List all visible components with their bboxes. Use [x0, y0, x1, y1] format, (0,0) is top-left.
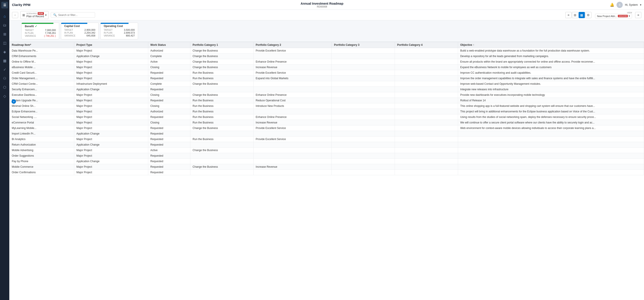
cell-portfolio_cat1: Change the Business [190, 59, 254, 65]
table-row[interactable]: Import LinkedIn Pr...Application ChangeR… [10, 131, 644, 137]
scenario-chevron-icon[interactable]: ▾ [45, 13, 46, 16]
cell-roadmap_item: Order Confirmations [10, 170, 74, 175]
table-row[interactable]: Order SuggestionsMajor ProjectRequested [10, 153, 644, 159]
view-buttons: ≡ ⊞ ▦ ⚙ [565, 12, 592, 18]
page-title: Annual Investment Roadmap [301, 2, 344, 5]
cell-project_type: Infrastructure Deployment [74, 81, 148, 87]
column-header-objective[interactable]: Objective ↑ [458, 42, 644, 48]
metric-row-value: 2,699,573 [124, 31, 135, 34]
cell-work_status: Authorized [148, 109, 190, 114]
scenario-selector[interactable]: ⊞ SCENARIO POR Plan of Record ▾ [20, 11, 48, 19]
column-header-project_type[interactable]: Project Type [74, 42, 148, 48]
cell-portfolio_cat2 [253, 109, 332, 114]
table-row[interactable]: Mobile AdvertisingMajor ProjectActiveCha… [10, 148, 644, 153]
table-row[interactable]: Security Enhancem...Application ChangeRe… [10, 87, 644, 92]
table-row[interactable]: eCommerce PortalMajor ProjectClosingRun … [10, 120, 644, 126]
column-header-roadmap_item[interactable]: Roadmap Item* [10, 42, 74, 48]
cell-work_status: Requested [148, 164, 190, 170]
cell-project_type: Major Project [74, 76, 148, 81]
notification-icon[interactable]: 🔔 [610, 3, 614, 7]
cell-portfolio_cat4 [395, 103, 458, 109]
add-roadmap-item-button[interactable]: + [12, 99, 16, 104]
scenario-badge: POR [38, 12, 44, 15]
sidebar-item-analytics[interactable]: ▦ [1, 57, 9, 65]
cell-objective: Provide new dashboards for executives in… [458, 92, 644, 98]
search-input[interactable] [58, 13, 93, 16]
table-row[interactable]: CRM EnhancementsApplication ChangeComple… [10, 54, 644, 59]
column-header-portfolio_cat2[interactable]: Portfolio Category 2 [253, 42, 332, 48]
menu-options-button[interactable]: ≡ [635, 12, 641, 18]
cell-portfolio_cat2: Provide Excellent Service [253, 137, 332, 142]
cell-objective [458, 170, 644, 175]
table-row[interactable]: Online to Offline M...Major ProjectActiv… [10, 59, 644, 65]
view-grid-button[interactable]: ⊞ [572, 12, 578, 18]
sidebar-item-diamond[interactable]: ◇ [1, 92, 9, 100]
table-row[interactable]: BI AnalyticsMajor ProjectRequestedRun th… [10, 137, 644, 142]
view-list-button[interactable]: ≡ [565, 12, 572, 18]
column-header-work_status[interactable]: Work Status [148, 42, 190, 48]
table-row[interactable]: Eclipse Enhanceme...Major ProjectAuthori… [10, 109, 644, 114]
cell-roadmap_item: CRM Enhancements [10, 54, 74, 59]
back-button[interactable]: ‹ [12, 12, 18, 18]
cell-portfolio_cat1 [190, 87, 254, 92]
cell-portfolio_cat3 [332, 164, 395, 170]
cell-objective: This online shopping app is a full-featu… [458, 103, 644, 109]
cell-portfolio_cat3 [332, 142, 395, 148]
column-header-portfolio_cat3[interactable]: Portfolio Category 3 [332, 42, 395, 48]
sidebar-item-grid[interactable]: ⊞ [1, 30, 9, 38]
column-header-portfolio_cat4[interactable]: Portfolio Category 4 [395, 42, 458, 48]
search-box[interactable]: 🔍 [51, 12, 95, 18]
table-row[interactable]: Data Warehouse Pe...Major ProjectAuthori… [10, 48, 644, 54]
table-row[interactable]: Pay by PhoneApplication ChangeRequested [10, 159, 644, 164]
cell-portfolio_cat2: Increase Revenue [253, 65, 332, 70]
table-row[interactable]: Minimal Online Sh...Major ProjectClosing… [10, 103, 644, 109]
sidebar-item-settings[interactable]: ⬡ [1, 83, 9, 91]
sidebar-item-lightbulb[interactable]: ◈ [1, 48, 9, 56]
cell-roadmap_item: Mobile Advertising [10, 148, 74, 153]
cell-project_type: Major Project [74, 109, 148, 114]
unsaved-badge: UNSAVED [618, 15, 628, 17]
view-chevron-icon[interactable]: ▾ [629, 15, 630, 17]
cell-portfolio_cat1: Change the Business [190, 92, 254, 98]
table-row[interactable]: eBusiness Mobile ...Major ProjectClosing… [10, 65, 644, 70]
user-chevron-icon[interactable]: ▾ [640, 3, 641, 6]
metric-title: Capital Cost [64, 24, 95, 28]
table-row[interactable]: System Upgrade Re...Major ProjectRequest… [10, 98, 644, 103]
cell-objective: Expand the eBusiness Network to mobile f… [458, 65, 644, 70]
cell-roadmap_item: Minimal Online Sh... [10, 103, 74, 109]
app-logo[interactable]: ☰ [1, 2, 8, 8]
table-container[interactable]: + Roadmap Item*Project TypeWork StatusPo… [9, 42, 644, 300]
sidebar-item-check[interactable]: ✓ [1, 65, 9, 73]
table-row[interactable]: CRM Contact Cente...Infrastructure Deplo… [10, 81, 644, 87]
table-row[interactable]: Order ConfirmationsMajor ProjectRequeste… [10, 170, 644, 175]
cell-portfolio_cat4 [395, 142, 458, 148]
cell-portfolio_cat1 [190, 170, 254, 175]
table-row[interactable]: Return AuthorizationApplication ChangeRe… [10, 142, 644, 148]
main-content: Clarity PPM Annual Investment Roadmap RD… [9, 0, 644, 300]
menu-icon[interactable]: ☰ [3, 3, 6, 7]
sidebar-item-people[interactable]: ⚇ [1, 74, 9, 82]
cell-portfolio_cat4 [395, 170, 458, 175]
cell-project_type: Major Project [74, 164, 148, 170]
table-row[interactable]: Credit Card Securit...Major ProjectReque… [10, 70, 644, 76]
table-row[interactable]: Order Management....Major ProjectRequest… [10, 76, 644, 81]
table-row[interactable]: Mobile CommerceMajor ProjectRequestedCha… [10, 164, 644, 170]
sidebar-item-briefcase[interactable]: 🗂 [1, 21, 9, 29]
view-table-button[interactable]: ▦ [578, 12, 585, 18]
cell-objective: This project will bring in additional en… [458, 109, 644, 114]
sidebar-item-home[interactable]: ⌂ [1, 12, 9, 20]
table-row[interactable]: MyLearning Mobile...Major ProjectRequest… [10, 126, 644, 131]
column-header-portfolio_cat1[interactable]: Portfolio Category 1 [190, 42, 254, 48]
table-row[interactable]: Executive Dashboa...Major ProjectClosing… [10, 92, 644, 98]
sidebar-item-roadmap[interactable]: ◫ [1, 39, 9, 47]
table-row[interactable]: Social Networking ....Major ProjectReque… [10, 114, 644, 120]
cell-portfolio_cat2: Provide Excellent Service [253, 70, 332, 76]
cell-portfolio_cat2 [253, 159, 332, 164]
cell-work_status: Requested [148, 153, 190, 159]
view-selector[interactable]: New Project Attri... UNSAVED ▾ [595, 14, 632, 18]
cell-portfolio_cat2 [253, 81, 332, 87]
cell-objective [458, 137, 644, 142]
cell-objective: Build a web-enabled prototype data wareh… [458, 48, 644, 54]
metric-title: Operating Cost [104, 24, 135, 28]
view-settings-button[interactable]: ⚙ [585, 12, 592, 18]
